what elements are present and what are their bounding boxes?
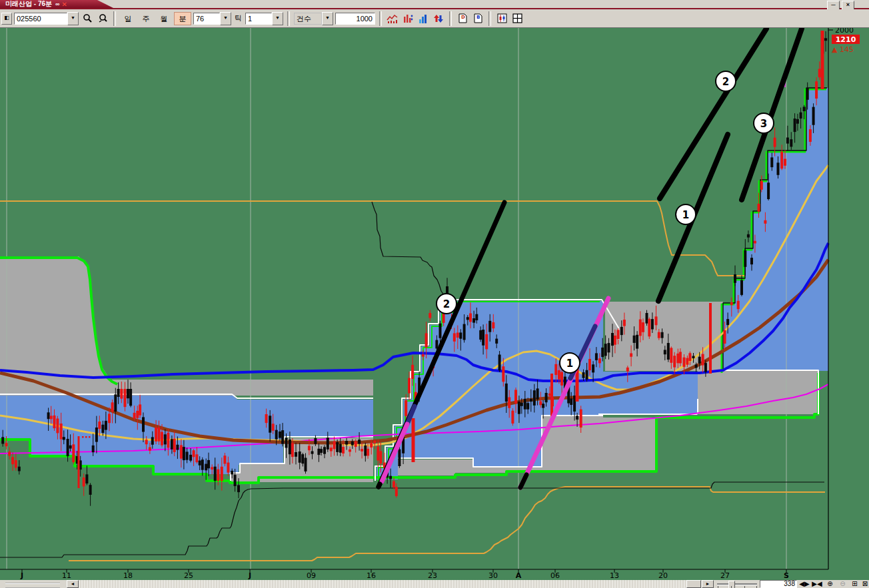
candle-body: [377, 446, 379, 460]
split-view-icon[interactable]: ⊞: [850, 580, 860, 588]
candle-body: [740, 280, 743, 295]
candle-body: [393, 481, 395, 487]
minimize-button[interactable]: ─: [827, 1, 840, 10]
candle-settings-icon[interactable]: [495, 12, 508, 25]
candle-body: [345, 441, 348, 445]
candle-body: [98, 422, 101, 429]
zoom-in-icon[interactable]: ⊕: [825, 580, 835, 588]
candle-body: [211, 467, 213, 469]
window-tab[interactable]: 미래산업 - 76분 ∞ ✕: [0, 0, 115, 8]
candle-body: [183, 447, 185, 460]
candle-body: [124, 389, 127, 407]
search-icon[interactable]: [81, 12, 94, 25]
tick-combo[interactable]: 1 ▼: [245, 13, 283, 25]
period-week-button[interactable]: 주: [138, 13, 154, 25]
page-d-icon[interactable]: D: [456, 12, 469, 25]
zoom-out-icon[interactable]: ⊖: [838, 580, 848, 588]
candle-body: [176, 445, 179, 450]
candle-body: [667, 343, 670, 360]
page-b-icon[interactable]: B: [471, 12, 484, 25]
candle-body: [673, 356, 676, 367]
close-panel-icon[interactable]: ⊠: [861, 580, 869, 588]
grid-layout-icon[interactable]: [510, 12, 524, 25]
candle-body: [189, 455, 192, 461]
candle-body: [777, 162, 780, 174]
candle-body: [485, 334, 488, 350]
candle-body: [495, 339, 498, 344]
candle-body: [695, 364, 698, 368]
zoom-slider-thumb[interactable]: [728, 581, 735, 588]
close-button[interactable]: ×: [842, 1, 854, 10]
tick-dropdown-icon[interactable]: ▼: [272, 12, 283, 25]
candle-body: [744, 250, 746, 267]
step-arrows-icon[interactable]: ◀▶: [799, 580, 810, 588]
line-chart-icon[interactable]: [386, 12, 399, 25]
candle-body: [511, 411, 514, 424]
annotation-number: 3: [760, 118, 767, 130]
svg-text:B: B: [476, 15, 480, 20]
candle-body: [201, 459, 204, 470]
resize-gripper[interactable]: [5, 583, 60, 588]
tab-close-icon[interactable]: ✕: [61, 1, 67, 8]
candle-body: [737, 301, 740, 309]
candle-body: [308, 446, 311, 451]
candle-body: [1, 437, 4, 443]
scrollbar-track[interactable]: [79, 580, 686, 588]
zoom-search-icon[interactable]: [96, 12, 109, 25]
candle-body: [784, 159, 786, 166]
candle-body: [289, 440, 291, 454]
scroll-right-button[interactable]: ►: [702, 580, 714, 588]
x-axis-label: 25: [184, 571, 193, 580]
candle-body: [633, 336, 636, 343]
price-chart-canvas[interactable]: 21123J111825J09162330A06132027S20001210▲…: [0, 0, 869, 580]
title-band: 미래산업 - 76분 ∞ ✕ ─ ×: [0, 0, 869, 9]
period-minute-button[interactable]: 분: [174, 12, 191, 25]
candle-body: [173, 439, 176, 452]
candle-body: [127, 389, 129, 398]
minute-value[interactable]: 76: [193, 13, 220, 25]
x-axis-label: 13: [610, 571, 619, 580]
candle-body: [824, 38, 827, 41]
symbol-register-icon[interactable]: ◧: [1, 13, 12, 25]
count-combo[interactable]: 건수 ▼: [294, 13, 333, 25]
up-down-arrows-icon[interactable]: [432, 12, 445, 25]
minute-dropdown-icon[interactable]: ▼: [220, 12, 231, 25]
bars-count-input[interactable]: 338: [760, 580, 797, 588]
zoom-slider[interactable]: [717, 583, 757, 585]
annotation-number: 2: [443, 298, 450, 310]
candle-body: [95, 428, 98, 442]
bar-chart-alert-icon[interactable]: [401, 12, 415, 25]
count-dropdown-icon[interactable]: ▼: [322, 12, 333, 25]
scroll-left-button[interactable]: ◄: [67, 580, 79, 588]
period-month-button[interactable]: 월: [156, 13, 172, 25]
candle-body: [617, 330, 620, 339]
candle-body: [275, 430, 278, 440]
candle-body: [339, 444, 342, 453]
tick-label: 틱: [235, 13, 242, 23]
candle-body: [323, 447, 326, 453]
minute-combo[interactable]: 76 ▼: [193, 13, 231, 25]
candle-body: [199, 461, 201, 465]
jump-end-icon[interactable]: ▶◀: [812, 580, 822, 588]
symbol-combo[interactable]: 025560 ▼: [14, 13, 79, 25]
period-day-button[interactable]: 일: [120, 13, 136, 25]
tick-value[interactable]: 1: [245, 13, 272, 25]
candle-body: [658, 332, 660, 338]
scrollbar-thumb[interactable]: [686, 580, 701, 588]
link-icon[interactable]: ∞: [55, 1, 58, 7]
candle-body: [620, 327, 623, 335]
candle-body: [560, 372, 563, 386]
candle-body: [395, 487, 398, 496]
count-input[interactable]: 1000: [335, 13, 375, 25]
candle-body: [67, 439, 69, 456]
candle-body: [231, 471, 233, 475]
candle-body: [425, 333, 428, 347]
volume-bars-icon[interactable]: [417, 12, 430, 25]
candle-body: [554, 364, 557, 375]
candle-body: [520, 403, 523, 406]
x-axis-label: 09: [307, 571, 316, 580]
symbol-dropdown-icon[interactable]: ▼: [67, 12, 79, 25]
candle-body: [311, 451, 314, 454]
svg-text:D: D: [461, 15, 465, 20]
symbol-input[interactable]: 025560: [14, 13, 67, 25]
